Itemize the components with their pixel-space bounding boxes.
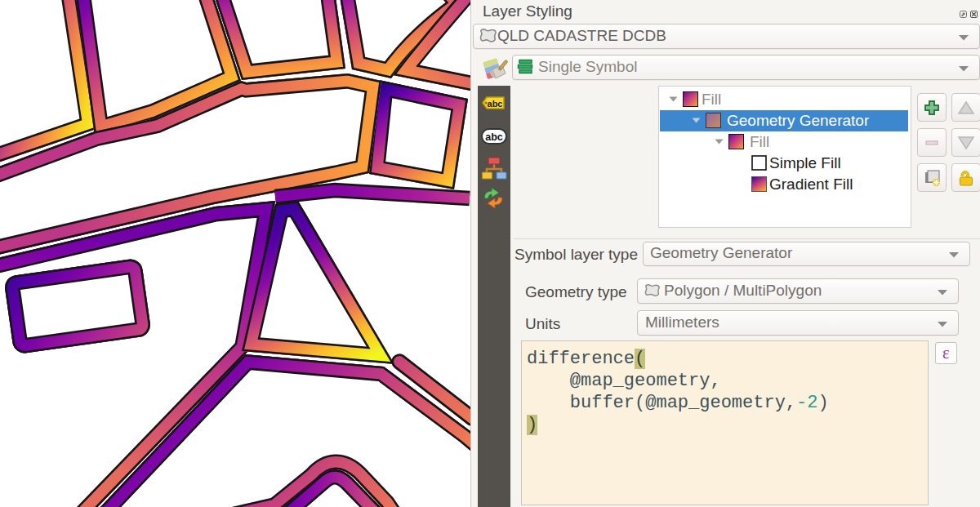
svg-text:abc: abc [485,131,503,143]
svg-text:abc: abc [488,99,503,109]
